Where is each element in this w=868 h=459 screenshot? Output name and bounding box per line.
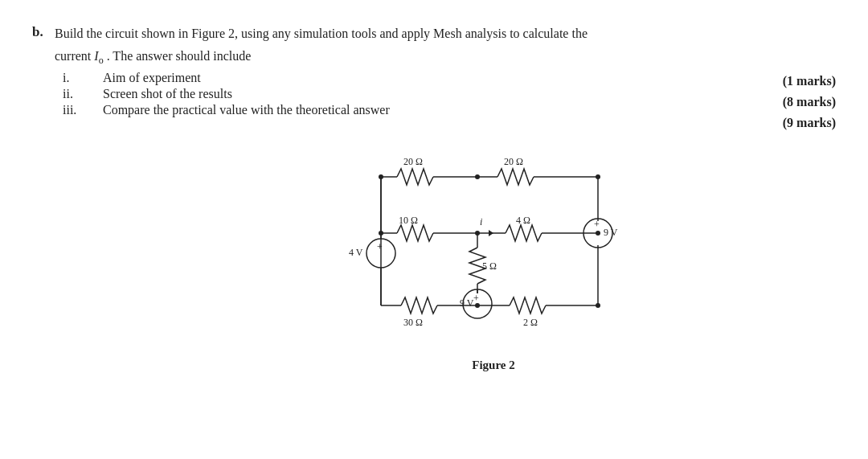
question-b: b. Build the circuit shown in Figure 2, … bbox=[32, 24, 836, 372]
svg-text:9 V: 9 V bbox=[460, 297, 474, 309]
svg-text:20 Ω: 20 Ω bbox=[504, 156, 523, 167]
svg-text:+: + bbox=[594, 219, 600, 230]
svg-text:+: + bbox=[377, 241, 383, 252]
svg-text:30 Ω: 30 Ω bbox=[403, 317, 423, 328]
sub-item-text-2: Screen shot of the results bbox=[103, 87, 836, 101]
intro-post: . The answer should include bbox=[104, 49, 252, 63]
sub-item-text-1: Aim of experiment bbox=[103, 71, 836, 85]
svg-text:4 V: 4 V bbox=[349, 247, 363, 258]
intro-pre: current bbox=[55, 49, 94, 63]
svg-point-23 bbox=[596, 231, 600, 236]
question-label: b. bbox=[32, 24, 45, 372]
svg-text:10 Ω: 10 Ω bbox=[399, 215, 418, 226]
sub-item-num-3: iii. bbox=[63, 103, 103, 117]
svg-point-44 bbox=[596, 303, 600, 308]
svg-text:2 Ω: 2 Ω bbox=[523, 317, 538, 328]
circuit-diagram: .ctext { font-family: 'Times New Roman',… bbox=[333, 129, 654, 354]
question-intro-line1: Build the circuit shown in Figure 2, usi… bbox=[55, 24, 836, 43]
svg-text:4 Ω: 4 Ω bbox=[516, 215, 530, 226]
sub-item-2: ii. Screen shot of the results bbox=[63, 87, 836, 101]
question-intro-line2: current Io . The answer should include bbox=[55, 47, 836, 68]
sub-items-list: i. Aim of experiment ii. Screen shot of … bbox=[63, 71, 836, 117]
svg-marker-18 bbox=[489, 230, 493, 236]
svg-text:20 Ω: 20 Ω bbox=[403, 156, 423, 167]
sub-item-3: iii. Compare the practical value with th… bbox=[63, 103, 836, 117]
svg-text:i: i bbox=[480, 216, 482, 227]
sub-item-num-2: ii. bbox=[63, 87, 103, 101]
figure-label: Figure 2 bbox=[472, 359, 514, 372]
page: (1 marks) (8 marks) (9 marks) b. Build t… bbox=[0, 0, 868, 396]
svg-text:9 V: 9 V bbox=[604, 227, 618, 238]
question-content: Build the circuit shown in Figure 2, usi… bbox=[55, 24, 836, 372]
circuit-area: .ctext { font-family: 'Times New Roman',… bbox=[103, 129, 868, 372]
sub-item-text-3: Compare the practical value with the the… bbox=[103, 103, 836, 117]
sub-item-num-1: i. bbox=[63, 71, 103, 85]
sub-item-1: i. Aim of experiment bbox=[63, 71, 836, 85]
svg-text:5 Ω: 5 Ω bbox=[482, 260, 497, 272]
svg-point-10 bbox=[475, 174, 480, 179]
svg-text:+: + bbox=[473, 293, 479, 304]
svg-point-42 bbox=[596, 174, 600, 179]
